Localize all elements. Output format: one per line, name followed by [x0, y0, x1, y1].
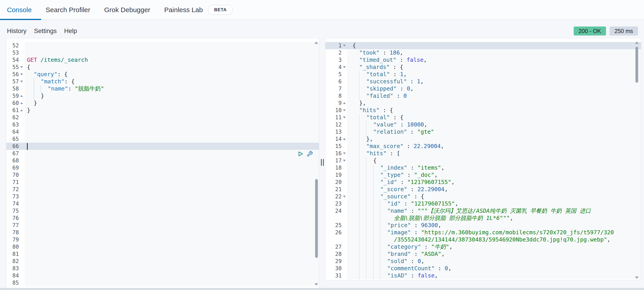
- editor-code-line[interactable]: 83: [6, 265, 319, 272]
- fold-gutter[interactable]: [342, 135, 347, 143]
- fold-gutter[interactable]: [19, 92, 25, 99]
- fold-expanded-icon[interactable]: [20, 81, 23, 82]
- editor-code-line[interactable]: 66: [6, 143, 319, 150]
- fold-end-icon[interactable]: [20, 109, 23, 111]
- code-text[interactable]: [25, 265, 319, 272]
- code-text[interactable]: [25, 236, 319, 243]
- fold-expanded-icon[interactable]: [343, 196, 346, 197]
- editor-code-line[interactable]: 62: [6, 114, 319, 121]
- editor-code-line[interactable]: 68: [6, 157, 319, 164]
- send-request-play-icon[interactable]: [298, 151, 304, 157]
- code-text[interactable]: [25, 243, 319, 251]
- fold-gutter[interactable]: [19, 71, 25, 78]
- fold-end-icon[interactable]: [343, 138, 346, 140]
- fold-end-icon[interactable]: [343, 102, 346, 104]
- editor-code-line[interactable]: 64: [6, 128, 319, 135]
- code-text[interactable]: "query": {: [25, 71, 319, 78]
- fold-gutter[interactable]: [342, 42, 347, 49]
- response-scrollbar-thumb[interactable]: [636, 47, 638, 83]
- editor-code-line[interactable]: 70: [6, 171, 319, 179]
- editor-code-line[interactable]: 56"query": {: [6, 71, 319, 78]
- fold-expanded-icon[interactable]: [343, 109, 346, 111]
- request-editor-lines[interactable]: 525354GET /items/_search55{56"query": {5…: [6, 38, 319, 287]
- fold-gutter[interactable]: [342, 150, 347, 157]
- fold-expanded-icon[interactable]: [343, 117, 346, 118]
- editor-code-line[interactable]: 73: [6, 193, 319, 200]
- editor-code-line[interactable]: 53: [6, 49, 319, 56]
- code-text[interactable]: {: [25, 64, 319, 71]
- editor-scroll-down-arrow[interactable]: [314, 283, 318, 286]
- menu-settings[interactable]: Settings: [34, 27, 57, 34]
- code-text[interactable]: [25, 251, 319, 258]
- code-text[interactable]: [25, 229, 319, 236]
- code-text[interactable]: [25, 179, 319, 186]
- fold-gutter[interactable]: [342, 157, 347, 164]
- editor-code-line[interactable]: 52: [6, 42, 319, 49]
- fold-gutter[interactable]: [19, 99, 25, 107]
- editor-code-line[interactable]: 82: [6, 258, 319, 265]
- tab-grok-debugger[interactable]: Grok Debugger: [104, 6, 150, 14]
- fold-gutter[interactable]: [342, 64, 347, 71]
- editor-code-line[interactable]: 77: [6, 222, 319, 229]
- fold-expanded-icon[interactable]: [343, 153, 346, 154]
- fold-gutter[interactable]: [342, 193, 347, 200]
- code-text[interactable]: [25, 157, 319, 164]
- fold-gutter[interactable]: [19, 64, 25, 71]
- tab-search-profiler[interactable]: Search Profiler: [46, 6, 90, 14]
- fold-expanded-icon[interactable]: [343, 66, 346, 68]
- response-scroll-up-arrow[interactable]: [635, 41, 638, 44]
- editor-code-line[interactable]: 57"match": {: [6, 78, 319, 85]
- code-text[interactable]: [25, 143, 319, 150]
- fold-end-icon[interactable]: [20, 95, 23, 97]
- editor-code-line[interactable]: 76: [6, 215, 319, 222]
- code-text[interactable]: [25, 42, 319, 49]
- editor-code-line[interactable]: 85: [6, 279, 319, 287]
- editor-code-line[interactable]: 71: [6, 179, 319, 186]
- request-editor-panel[interactable]: 525354GET /items/_search55{56"query": {5…: [6, 38, 319, 289]
- response-scroll-down-arrow[interactable]: [635, 277, 638, 279]
- editor-scrollbar-thumb[interactable]: [315, 179, 318, 258]
- code-text[interactable]: [25, 49, 319, 56]
- fold-gutter[interactable]: [19, 78, 25, 85]
- tab-console[interactable]: Console: [7, 6, 32, 14]
- editor-code-line[interactable]: 59}: [6, 92, 319, 99]
- code-text[interactable]: [25, 193, 319, 200]
- editor-code-line[interactable]: 69: [6, 164, 319, 171]
- code-text[interactable]: [25, 207, 319, 215]
- code-text[interactable]: [25, 258, 319, 265]
- tab-painless-lab[interactable]: Painless Lab BETA: [164, 5, 233, 15]
- fold-expanded-icon[interactable]: [20, 73, 23, 75]
- code-text[interactable]: [25, 121, 319, 128]
- code-text[interactable]: [25, 222, 319, 229]
- fold-expanded-icon[interactable]: [343, 45, 346, 46]
- editor-code-line[interactable]: 84: [6, 272, 319, 279]
- code-text[interactable]: "match": {: [25, 78, 319, 85]
- code-text[interactable]: [25, 186, 319, 193]
- code-text[interactable]: [25, 279, 319, 287]
- editor-code-line[interactable]: 65: [6, 135, 319, 143]
- code-text[interactable]: [25, 171, 319, 179]
- editor-code-line[interactable]: 79: [6, 236, 319, 243]
- editor-code-line[interactable]: 58"name": "脱脂牛奶": [6, 85, 319, 92]
- code-text[interactable]: [25, 215, 319, 222]
- editor-scroll-up-arrow[interactable]: [314, 41, 318, 44]
- code-text[interactable]: [25, 150, 319, 157]
- code-text[interactable]: [25, 135, 319, 143]
- code-text[interactable]: [25, 200, 319, 207]
- menu-help[interactable]: Help: [64, 27, 77, 34]
- code-text[interactable]: }: [25, 92, 319, 99]
- fold-expanded-icon[interactable]: [20, 66, 23, 68]
- fold-gutter[interactable]: [19, 107, 25, 114]
- editor-code-line[interactable]: 72: [6, 186, 319, 193]
- code-text[interactable]: "name": "脱脂牛奶": [25, 85, 319, 92]
- code-text[interactable]: [25, 272, 319, 279]
- fold-expanded-icon[interactable]: [343, 160, 346, 162]
- editor-code-line[interactable]: 78: [6, 229, 319, 236]
- panel-resizer-handle[interactable]: [321, 159, 324, 166]
- editor-code-line[interactable]: 74: [6, 200, 319, 207]
- code-text[interactable]: GET /items/_search: [25, 56, 319, 64]
- code-text[interactable]: [25, 164, 319, 171]
- request-options-wrench-icon[interactable]: [306, 151, 313, 157]
- editor-code-line[interactable]: 63: [6, 121, 319, 128]
- editor-code-line[interactable]: 55{: [6, 64, 319, 71]
